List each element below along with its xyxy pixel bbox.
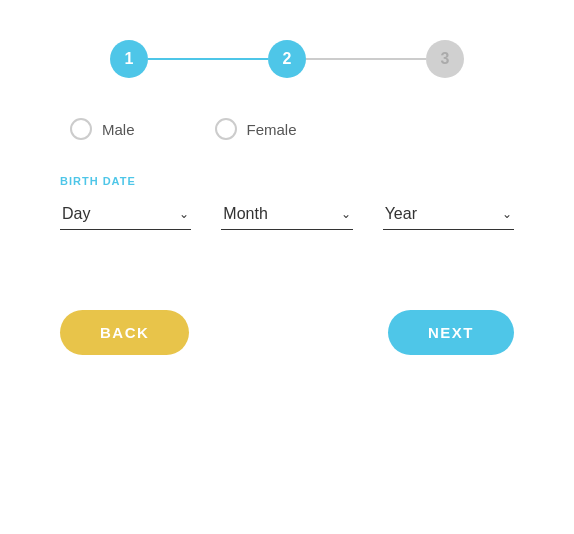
- day-chevron-icon: ⌄: [179, 207, 189, 221]
- gender-female-label: Female: [247, 121, 297, 138]
- day-label: Day: [62, 205, 90, 223]
- birth-date-title: BIRTH DATE: [60, 175, 514, 187]
- gender-female[interactable]: Female: [215, 118, 297, 140]
- stepper-line-2: [306, 58, 426, 60]
- step-3[interactable]: 3: [426, 40, 464, 78]
- day-dropdown[interactable]: Day ⌄: [60, 199, 191, 230]
- gender-male[interactable]: Male: [70, 118, 135, 140]
- page-container: 1 2 3 Male Female BIRTH DATE Day ⌄: [0, 0, 574, 534]
- buttons-row: BACK NEXT: [60, 310, 514, 355]
- next-button[interactable]: NEXT: [388, 310, 514, 355]
- year-dropdown[interactable]: Year ⌄: [383, 199, 514, 230]
- radio-male[interactable]: [70, 118, 92, 140]
- back-button[interactable]: BACK: [60, 310, 189, 355]
- gender-male-label: Male: [102, 121, 135, 138]
- gender-row: Male Female: [60, 118, 514, 140]
- year-dropdown-inner[interactable]: Year ⌄: [383, 199, 514, 230]
- radio-female[interactable]: [215, 118, 237, 140]
- month-chevron-icon: ⌄: [341, 207, 351, 221]
- year-label: Year: [385, 205, 417, 223]
- month-dropdown[interactable]: Month ⌄: [221, 199, 352, 230]
- step-1[interactable]: 1: [110, 40, 148, 78]
- dropdowns-row: Day ⌄ Month ⌄ Year ⌄: [60, 199, 514, 230]
- stepper: 1 2 3: [60, 40, 514, 78]
- year-chevron-icon: ⌄: [502, 207, 512, 221]
- day-dropdown-inner[interactable]: Day ⌄: [60, 199, 191, 230]
- month-dropdown-inner[interactable]: Month ⌄: [221, 199, 352, 230]
- stepper-line-1: [148, 58, 268, 60]
- month-label: Month: [223, 205, 267, 223]
- birth-date-section: BIRTH DATE Day ⌄ Month ⌄ Year ⌄: [60, 175, 514, 230]
- step-2[interactable]: 2: [268, 40, 306, 78]
